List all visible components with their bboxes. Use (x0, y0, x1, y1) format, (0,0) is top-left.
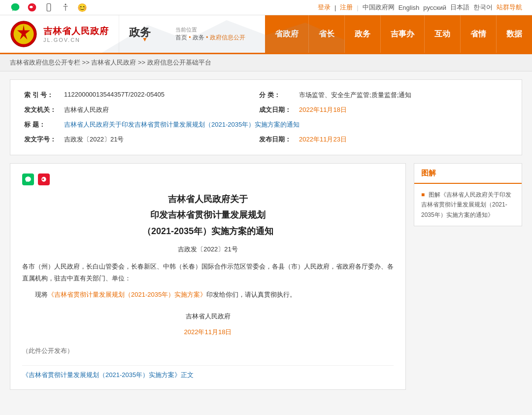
secondary-breadcrumb: 吉林省政府信息公开专栏 >> 吉林省人民政府 >> 政府信息公开基础平台 (0, 54, 532, 71)
logo-section: 吉林省人民政府 JL.GOV.CN (0, 15, 119, 53)
doc-title-line2: 印发吉林省贯彻计量发展规划 (22, 207, 394, 223)
doc-recipients: 各市（州）人民政府，长白山管委会，长春新区、中韩（长春）国际合作示范区管委会，各… (22, 261, 394, 284)
site-subtitle: JL.GOV.CN (43, 37, 109, 43)
header-breadcrumb: 当前位置 首页 • 政务 • 政府信息公开 (170, 26, 250, 42)
logo-text: 吉林省人民政府 JL.GOV.CN (43, 25, 109, 43)
site-title: 吉林省人民政府 (43, 25, 109, 37)
sidebar-tujie-link[interactable]: 图解《吉林省人民政府关于印发吉林省贯彻计量发展规划（2021-2035年）实施方… (421, 191, 511, 218)
top-bar: 😊 登录 | 注册 | 中国政府网 English русский 日本語 한국… (0, 0, 532, 15)
divider2: | (357, 4, 358, 11)
doc-title: 吉林省人民政府关于 印发吉林省贯彻计量发展规划 （2021-2035年）实施方案… (22, 191, 394, 239)
doc-number-heading: 吉政发〔2022〕21号 (22, 245, 394, 254)
index-value: 11220000013544357T/2022-05405 (60, 88, 255, 103)
japanese-link[interactable]: 日本語 (450, 3, 469, 12)
doc-meta-box: 索 引 号： 11220000013544357T/2022-05405 分 类… (10, 79, 522, 155)
date-issued-value: 2022年11月18日 (295, 103, 512, 117)
attachment-link[interactable]: 《吉林省贯彻计量发展规划（2021-2035年）实施方案》正文 (22, 371, 194, 379)
menu-hudong[interactable]: 互动 (425, 15, 461, 53)
main-menu: 省政府 省长 政务 吉事办 互动 省情 数据 (265, 15, 532, 53)
menu-zhengwu[interactable]: 政务 (345, 15, 381, 53)
doc-body: 吉林省人民政府关于 印发吉林省贯彻计量发展规划 （2021-2035年）实施方案… (10, 163, 406, 390)
menu-shengzhengfu[interactable]: 省政府 (265, 15, 309, 53)
title-value: 吉林省人民政府关于印发吉林省贯彻计量发展规划（2021-2035年）实施方案的通… (60, 117, 512, 132)
doc-number-label: 发文字号： (20, 132, 60, 147)
doc-public-note: （此件公开发布） (22, 346, 394, 355)
svg-rect-1 (47, 4, 51, 11)
right-sidebar: 图解 ■ 图解《吉林省人民政府关于印发吉林省贯彻计量发展规划（2021-2035… (414, 163, 522, 390)
russian-link[interactable]: русский (423, 4, 446, 11)
header-nav: 政务 ▼ 当前位置 首页 • 政务 • 政府信息公开 (119, 15, 260, 53)
social-icons: 😊 (10, 2, 88, 13)
accessibility-icon[interactable] (60, 2, 71, 13)
sidebar-widget-tujie: 图解 ■ 图解《吉林省人民政府关于印发吉林省贯彻计量发展规划（2021-2035… (414, 163, 522, 226)
menu-shuju[interactable]: 数据 (497, 15, 532, 53)
doc-link[interactable]: 《吉林省贯彻计量发展规划（2021-2035年）实施方案》 (48, 291, 206, 298)
doc-number-value: 吉政发〔2022〕21号 (60, 132, 255, 147)
share-weibo-button[interactable] (38, 173, 50, 185)
publish-date-value: 2022年11月23日 (295, 132, 512, 147)
share-icons (22, 173, 394, 185)
doc-title-link[interactable]: 吉林省人民政府关于印发吉林省贯彻计量发展规划（2021-2035年）实施方案的通… (64, 121, 299, 128)
government-emblem (10, 20, 37, 48)
gov-link[interactable]: 中国政府网 (363, 3, 395, 12)
current-position-label: 当前位置 (175, 26, 245, 34)
breadcrumb-zhengwu[interactable]: 政务 (193, 34, 204, 41)
index-label: 索 引 号： (20, 88, 60, 103)
avatar-icon[interactable]: 😊 (77, 2, 88, 13)
doc-date: 2022年11月18日 (22, 328, 394, 337)
svg-point-7 (42, 178, 44, 180)
sidebar-widget-body: ■ 图解《吉林省人民政府关于印发吉林省贯彻计量发展规划（2021-2035年）实… (414, 184, 522, 226)
issuer-label: 发文机关： (20, 103, 60, 117)
title-label: 标 题： (20, 117, 60, 132)
menu-shengqing[interactable]: 省情 (461, 15, 497, 53)
top-links: 登录 | 注册 | 中国政府网 English русский 日本語 한국어 … (318, 3, 522, 12)
header: 吉林省人民政府 JL.GOV.CN 政务 ▼ 当前位置 首页 • 政务 • 政府… (0, 15, 532, 54)
divider1: | (334, 4, 336, 11)
date-issued-label: 成文日期： (255, 103, 295, 117)
wechat-icon[interactable] (10, 2, 21, 13)
breadcrumb-home[interactable]: 首页 (175, 34, 187, 41)
doc-body-paragraph: 现将《吉林省贯彻计量发展规划（2021-2035年）实施方案》印发给你们，请认真… (22, 289, 394, 300)
sidebar-link: ■ 图解《吉林省人民政府关于印发吉林省贯彻计量发展规划（2021-2035年）实… (421, 190, 515, 220)
share-wechat-button[interactable] (22, 173, 34, 185)
register-link[interactable]: 注册 (340, 3, 353, 12)
doc-title-line1: 吉林省人民政府关于 (22, 191, 394, 207)
english-link[interactable]: English (399, 4, 420, 11)
svg-point-3 (65, 4, 66, 5)
menu-shengzhang[interactable]: 省长 (309, 15, 345, 53)
login-link[interactable]: 登录 (318, 3, 331, 12)
site-nav-link[interactable]: 站群导航 (497, 3, 522, 12)
breadcrumb-path: 首页 • 政务 • 政府信息公开 (175, 34, 245, 42)
sidebar-widget-title: 图解 (414, 164, 522, 184)
menu-jishiban[interactable]: 吉事办 (381, 15, 425, 53)
issuer-value: 吉林省人民政府 (60, 103, 255, 117)
divider (22, 365, 394, 366)
doc-attachment: 《吉林省贯彻计量发展规划（2021-2035年）实施方案》正文 (22, 371, 394, 380)
breadcrumb-current: 政府信息公开 (210, 34, 245, 41)
doc-signature: 吉林省人民政府 (22, 310, 394, 323)
category-value: 市场监管、安全生产监管;质量监督;通知 (295, 88, 512, 103)
mobile-icon[interactable] (43, 2, 54, 13)
publish-date-label: 发布日期： (255, 132, 295, 147)
category-label: 分 类： (255, 88, 295, 103)
doc-title-line3: （2021-2035年）实施方案的通知 (22, 223, 394, 239)
content-row: 吉林省人民政府关于 印发吉林省贯彻计量发展规划 （2021-2035年）实施方案… (10, 163, 522, 390)
weibo-icon[interactable] (27, 2, 37, 13)
sec-breadcrumb-text: 吉林省政府信息公开专栏 >> 吉林省人民政府 >> 政府信息公开基础平台 (10, 59, 211, 66)
korean-link[interactable]: 한국어 (473, 3, 493, 12)
